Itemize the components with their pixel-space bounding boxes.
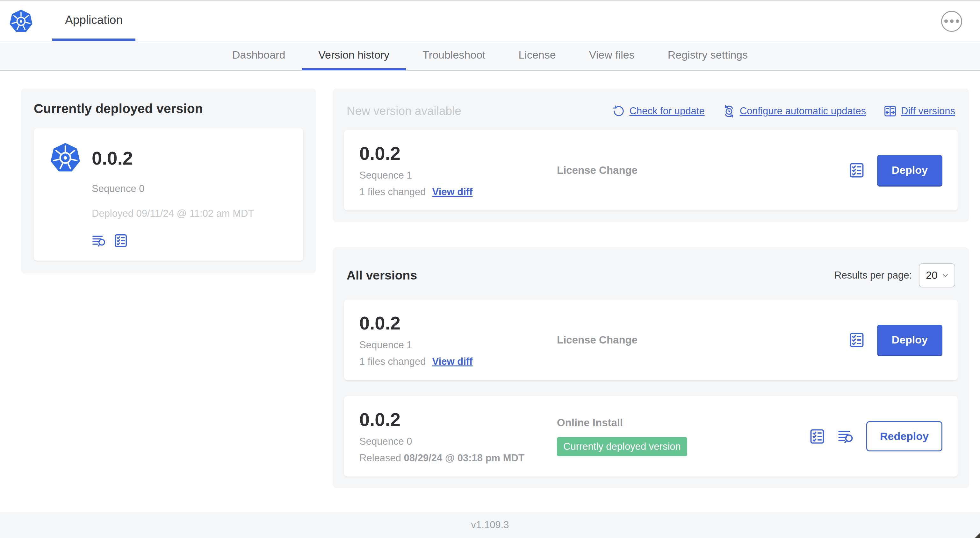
preflight-checklist-icon[interactable] (848, 332, 865, 348)
view-logs-icon[interactable] (92, 233, 107, 248)
sequence-label: Sequence 1 (360, 340, 557, 351)
version-source-label: License Change (557, 334, 848, 346)
more-options-button[interactable] (941, 11, 962, 32)
check-for-update-link[interactable]: Check for update (612, 105, 705, 117)
files-changed-label: 1 files changed (360, 356, 426, 367)
diff-icon (884, 105, 897, 117)
view-diff-link[interactable]: View diff (432, 356, 473, 367)
currently-deployed-title: Currently deployed version (34, 101, 303, 116)
version-number: 0.0.2 (360, 143, 557, 164)
tab-version-history[interactable]: Version history (302, 41, 406, 70)
deploy-button[interactable]: Deploy (877, 325, 942, 355)
app-icon (50, 142, 81, 173)
configure-automatic-updates-link[interactable]: Configure automatic updates (722, 105, 866, 117)
view-diff-link[interactable]: View diff (432, 186, 473, 198)
preflight-checklist-icon[interactable] (848, 162, 865, 179)
deployed-timestamp: Deployed 09/11/24 @ 11:02 am MDT (92, 208, 287, 219)
new-version-title: New version available (347, 105, 612, 118)
sequence-label: Sequence 1 (360, 170, 557, 181)
tab-view-files[interactable]: View files (573, 41, 651, 70)
version-source-label: License Change (557, 164, 848, 176)
app-title: Application (65, 13, 123, 27)
currently-deployed-panel: Currently deployed version 0.0.2 Sequenc… (21, 89, 316, 273)
version-number: 0.0.2 (360, 312, 557, 333)
deploy-button[interactable]: Deploy (877, 155, 942, 185)
version-number: 0.0.2 (360, 409, 557, 430)
tab-license[interactable]: License (502, 41, 573, 70)
ellipsis-icon (950, 19, 953, 23)
view-logs-icon[interactable] (838, 428, 854, 445)
files-changed-label: 1 files changed (360, 186, 426, 198)
console-version: v1.109.3 (471, 519, 509, 531)
all-versions-section: All versions Results per page: 20 0.0.2 … (332, 248, 969, 488)
new-version-card: 0.0.2 Sequence 1 1 files changed View di… (344, 130, 958, 210)
version-source-label: Online Install (557, 417, 809, 429)
deployed-version-card: 0.0.2 Sequence 0 Deployed 09/11/24 @ 11:… (34, 128, 303, 261)
app-nav-tabs: Dashboard Version history Troubleshoot L… (0, 41, 980, 71)
ellipsis-icon (944, 19, 948, 23)
chevron-down-icon (941, 271, 950, 279)
all-versions-title: All versions (347, 268, 834, 282)
footer: v1.109.3 (0, 512, 980, 538)
main-content: Currently deployed version 0.0.2 Sequenc… (0, 71, 980, 513)
cursor-artifact (975, 533, 980, 538)
new-version-section: New version available Check for update C… (332, 89, 969, 222)
preflight-checklist-icon[interactable] (809, 428, 826, 445)
app-header: Application (0, 1, 980, 41)
clock-rotate-icon (722, 105, 735, 117)
refresh-icon (612, 105, 625, 117)
app-tab-application[interactable]: Application (52, 1, 135, 41)
tab-troubleshoot[interactable]: Troubleshoot (406, 41, 502, 70)
results-per-page-label: Results per page: (834, 270, 912, 281)
ellipsis-icon (956, 19, 959, 23)
diff-versions-link[interactable]: Diff versions (884, 105, 955, 117)
deployed-sequence-label: Sequence 0 (92, 183, 287, 195)
tab-registry-settings[interactable]: Registry settings (651, 41, 764, 70)
released-timestamp: Released 08/29/24 @ 03:18 pm MDT (360, 452, 557, 464)
results-per-page-select[interactable]: 20 (919, 263, 955, 287)
tab-dashboard[interactable]: Dashboard (216, 41, 302, 70)
kubernetes-logo-icon (9, 9, 33, 33)
version-row: 0.0.2 Sequence 1 1 files changed View di… (344, 300, 958, 380)
preflight-checklist-icon[interactable] (113, 233, 128, 248)
currently-deployed-badge: Currently deployed version (557, 437, 687, 456)
deployed-version-number: 0.0.2 (92, 148, 133, 169)
right-column: New version available Check for update C… (332, 89, 969, 488)
version-row: 0.0.2 Sequence 0 Released 08/29/24 @ 03:… (344, 396, 958, 476)
redeploy-button[interactable]: Redeploy (866, 421, 942, 451)
sequence-label: Sequence 0 (360, 436, 557, 447)
